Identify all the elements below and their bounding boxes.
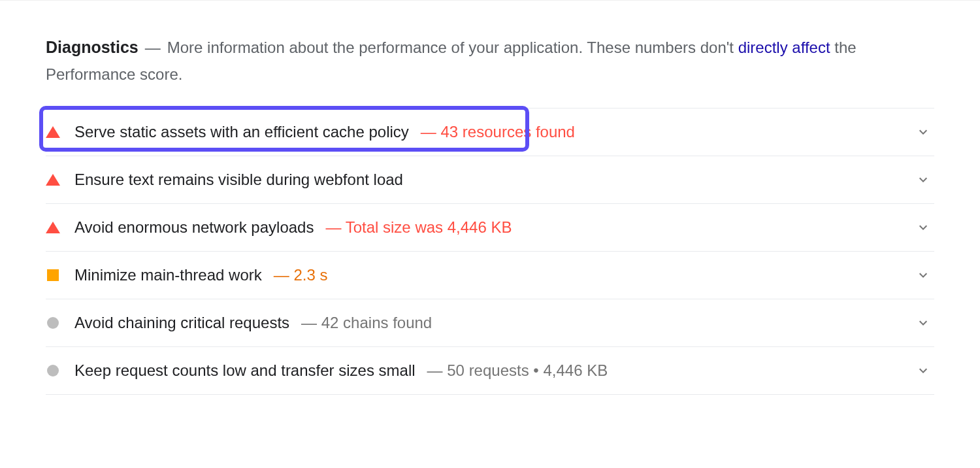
diagnostic-title: Ensure text remains visible during webfo… bbox=[74, 171, 403, 189]
diagnostic-detail: — 2.3 s bbox=[274, 266, 328, 284]
diagnostic-detail: — Total size was 4,446 KB bbox=[325, 218, 512, 237]
fail-triangle-icon bbox=[46, 125, 60, 139]
detail-value: 42 chains found bbox=[321, 314, 432, 331]
directly-affect-link[interactable]: directly affect bbox=[738, 39, 830, 56]
diagnostic-row[interactable]: Minimize main-thread work— 2.3 s bbox=[46, 252, 934, 299]
fail-triangle-icon bbox=[46, 220, 60, 235]
diagnostic-row[interactable]: Avoid chaining critical requests— 42 cha… bbox=[46, 299, 934, 347]
diagnostic-title: Keep request counts low and transfer siz… bbox=[74, 361, 416, 380]
diagnostic-row[interactable]: Avoid enormous network payloads— Total s… bbox=[46, 204, 934, 252]
header-description-part1: More information about the performance o… bbox=[167, 39, 738, 56]
chevron-down-icon bbox=[915, 124, 931, 140]
chevron-down-icon bbox=[915, 172, 931, 188]
diagnostic-detail: — 50 requests • 4,446 KB bbox=[427, 361, 608, 380]
diagnostic-title: Minimize main-thread work bbox=[74, 266, 262, 284]
diagnostic-title: Avoid chaining critical requests bbox=[74, 314, 289, 332]
detail-separator: — bbox=[325, 218, 345, 236]
chevron-down-icon bbox=[915, 267, 931, 283]
detail-separator: — bbox=[421, 123, 441, 141]
diagnostic-text: Minimize main-thread work— 2.3 s bbox=[74, 266, 915, 284]
chevron-down-icon bbox=[915, 220, 931, 235]
detail-separator: — bbox=[301, 314, 321, 331]
dash-separator: — bbox=[145, 39, 161, 56]
detail-value: Total size was 4,446 KB bbox=[346, 218, 512, 236]
diagnostics-header: Diagnostics—More information about the p… bbox=[46, 33, 934, 88]
diagnostic-row[interactable]: Serve static assets with an efficient ca… bbox=[46, 109, 934, 156]
warn-square-icon bbox=[46, 268, 60, 282]
detail-value: 2.3 s bbox=[293, 266, 327, 284]
detail-value: 43 resources found bbox=[440, 123, 574, 141]
info-circle-icon bbox=[46, 363, 60, 378]
info-circle-icon bbox=[46, 316, 60, 330]
fail-triangle-icon bbox=[46, 173, 60, 187]
detail-value: 50 requests • 4,446 KB bbox=[447, 361, 608, 379]
diagnostic-detail: — 43 resources found bbox=[421, 123, 575, 141]
diagnostic-row[interactable]: Ensure text remains visible during webfo… bbox=[46, 156, 934, 204]
diagnostic-text: Avoid chaining critical requests— 42 cha… bbox=[74, 314, 915, 332]
chevron-down-icon bbox=[915, 315, 931, 331]
diagnostic-title: Serve static assets with an efficient ca… bbox=[74, 123, 409, 141]
diagnostic-text: Avoid enormous network payloads— Total s… bbox=[74, 218, 915, 237]
diagnostic-text: Keep request counts low and transfer siz… bbox=[74, 361, 915, 380]
section-title: Diagnostics bbox=[46, 38, 139, 56]
diagnostic-row[interactable]: Keep request counts low and transfer siz… bbox=[46, 347, 934, 395]
diagnostic-detail: — 42 chains found bbox=[301, 314, 432, 332]
detail-separator: — bbox=[427, 361, 448, 379]
diagnostic-text: Serve static assets with an efficient ca… bbox=[74, 123, 915, 141]
detail-separator: — bbox=[274, 266, 294, 284]
diagnostic-text: Ensure text remains visible during webfo… bbox=[74, 171, 915, 189]
diagnostics-list: Serve static assets with an efficient ca… bbox=[46, 108, 934, 395]
diagnostic-title: Avoid enormous network payloads bbox=[74, 218, 314, 237]
chevron-down-icon bbox=[915, 363, 931, 378]
